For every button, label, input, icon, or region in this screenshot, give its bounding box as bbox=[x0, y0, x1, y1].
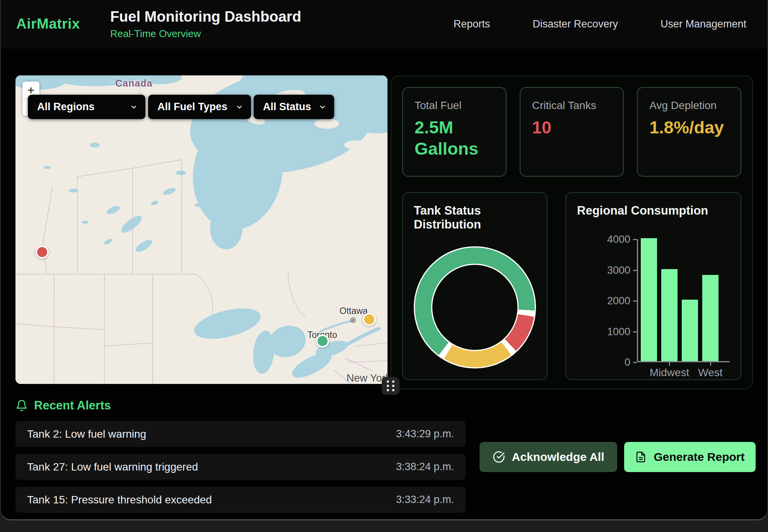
stat-card-total-fuel: Total Fuel 2.5M Gallons bbox=[402, 87, 507, 177]
stats-row: Total Fuel 2.5M Gallons Critical Tanks 1… bbox=[402, 87, 741, 177]
bar-plot: 01000200030004000MidwestWest bbox=[637, 239, 730, 362]
alert-row[interactable]: Tank 27: Low fuel warning triggered 3:38… bbox=[15, 454, 466, 480]
y-axis-tick-label: 3000 bbox=[607, 265, 630, 276]
bar-0 bbox=[641, 238, 657, 361]
nav: Reports Disaster Recovery User Managemen… bbox=[454, 18, 752, 30]
y-axis-tick-mark bbox=[633, 270, 637, 271]
alert-row[interactable]: Tank 2: Low fuel warning 3:43:29 p.m. bbox=[15, 421, 466, 447]
alert-time: 3:43:29 p.m. bbox=[396, 428, 454, 440]
stat-label: Critical Tanks bbox=[532, 99, 612, 112]
acknowledge-all-label: Acknowledge All bbox=[512, 450, 604, 464]
chart-title: Tank Status Distribution bbox=[414, 204, 536, 232]
donut-hole bbox=[431, 264, 519, 351]
y-axis-tick-mark bbox=[633, 331, 637, 332]
map-drag-handle[interactable] bbox=[382, 377, 399, 395]
regional-consumption-chart-card: Regional Consumption 01000200030004000Mi… bbox=[565, 192, 741, 380]
nav-item-reports[interactable]: Reports bbox=[454, 18, 490, 30]
region-filter-value: All Regions bbox=[37, 101, 95, 113]
alerts-list: Tank 2: Low fuel warning 3:43:29 p.m. Ta… bbox=[15, 421, 466, 520]
alert-message: Tank 27: Low fuel warning triggered bbox=[27, 461, 198, 473]
y-axis-tick-mark bbox=[633, 239, 637, 240]
chevron-down-icon bbox=[319, 103, 326, 111]
page-subtitle: Real-Time Overview bbox=[110, 28, 301, 40]
y-axis-tick-label: 1000 bbox=[607, 327, 630, 337]
y-axis-tick-label: 4000 bbox=[607, 234, 630, 245]
y-axis-tick-label: 2000 bbox=[607, 296, 630, 306]
header: AirMatrix Fuel Monitoring Dashboard Real… bbox=[1, 0, 767, 48]
fuel-type-filter-select[interactable]: All Fuel Types bbox=[148, 95, 251, 119]
y-axis-tick-mark bbox=[633, 300, 637, 302]
chevron-down-icon bbox=[236, 103, 243, 111]
stat-value-2: 1.8%/day bbox=[649, 117, 723, 138]
alerts-title: Recent Alerts bbox=[34, 399, 111, 413]
y-axis-tick-label: 0 bbox=[625, 357, 630, 368]
alerts-section: Recent Alerts Tank 2: Low fuel warning 3… bbox=[1, 399, 767, 520]
x-axis-tick-label: West bbox=[679, 367, 741, 379]
alert-row[interactable]: Tank 15: Pressure threshold exceeded 3:3… bbox=[15, 487, 466, 513]
alert-time: 3:38:24 p.m. bbox=[396, 461, 454, 473]
alert-message: Tank 2: Low fuel warning bbox=[27, 428, 146, 440]
stat-card-avg-depletion: Avg Depletion 1.8%/day bbox=[637, 87, 741, 177]
filter-bar: All Regions All Fuel Types All Status bbox=[28, 95, 334, 119]
stat-label: Avg Depletion bbox=[649, 99, 729, 112]
map[interactable]: Canada Ottawa Toronto New York + − All R… bbox=[15, 75, 387, 384]
fuel-type-filter-value: All Fuel Types bbox=[157, 101, 227, 113]
bar-1 bbox=[661, 269, 678, 361]
alerts-header: Recent Alerts bbox=[15, 399, 753, 413]
brand-logo: AirMatrix bbox=[16, 16, 80, 32]
map-marker-critical[interactable] bbox=[36, 246, 49, 259]
generate-report-button[interactable]: Generate Report bbox=[624, 442, 756, 472]
nav-item-disaster-recovery[interactable]: Disaster Recovery bbox=[532, 18, 618, 30]
map-marker-warning[interactable] bbox=[363, 313, 376, 326]
map-marker-normal[interactable] bbox=[316, 334, 329, 348]
alert-time: 3:33:24 p.m. bbox=[396, 494, 454, 506]
region-filter-select[interactable]: All Regions bbox=[28, 95, 145, 119]
donut-chart bbox=[414, 246, 536, 368]
stat-value-1: 10 bbox=[532, 117, 606, 138]
x-axis-tick-mark bbox=[710, 362, 711, 366]
alert-message: Tank 15: Pressure threshold exceeded bbox=[27, 494, 212, 506]
alerts-body: Tank 2: Low fuel warning 3:43:29 p.m. Ta… bbox=[15, 421, 753, 520]
map-label-canada: Canada bbox=[115, 78, 152, 89]
nav-item-user-management[interactable]: User Management bbox=[660, 18, 746, 30]
map-label-ottawa: Ottawa bbox=[340, 306, 368, 316]
bar-2 bbox=[682, 300, 698, 361]
chevron-down-icon bbox=[130, 103, 138, 111]
acknowledge-all-button[interactable]: Acknowledge All bbox=[480, 442, 617, 472]
map-panel: Canada Ottawa Toronto New York + − All R… bbox=[15, 75, 387, 384]
alert-actions: Acknowledge All Generate Report bbox=[480, 442, 756, 520]
generate-report-label: Generate Report bbox=[654, 450, 744, 464]
bar-3 bbox=[702, 275, 719, 361]
stat-label: Total Fuel bbox=[415, 99, 494, 112]
page-title: Fuel Monitoring Dashboard bbox=[110, 9, 301, 25]
dashboard-window: AirMatrix Fuel Monitoring Dashboard Real… bbox=[0, 0, 768, 520]
donut-wrap bbox=[414, 246, 536, 368]
tank-status-chart-card: Tank Status Distribution bbox=[402, 192, 548, 380]
metrics-panel: Total Fuel 2.5M Gallons Critical Tanks 1… bbox=[391, 75, 753, 389]
status-filter-select[interactable]: All Status bbox=[254, 95, 334, 119]
file-text-icon bbox=[635, 451, 647, 463]
ottawa-town-dot-icon bbox=[350, 317, 356, 323]
stat-value-0: 2.5M Gallons bbox=[415, 117, 488, 160]
title-block: Fuel Monitoring Dashboard Real-Time Over… bbox=[110, 9, 301, 40]
y-axis-tick-mark bbox=[633, 362, 637, 363]
charts-row: Tank Status Distribution Regional Consum… bbox=[402, 192, 741, 380]
status-filter-value: All Status bbox=[263, 101, 311, 113]
stat-card-critical-tanks: Critical Tanks 10 bbox=[520, 87, 624, 177]
chart-title: Regional Consumption bbox=[577, 204, 730, 218]
x-axis-tick-mark bbox=[669, 362, 670, 366]
check-circle-icon bbox=[493, 451, 505, 463]
main-content: Canada Ottawa Toronto New York + − All R… bbox=[1, 75, 767, 389]
bell-icon bbox=[15, 399, 28, 412]
